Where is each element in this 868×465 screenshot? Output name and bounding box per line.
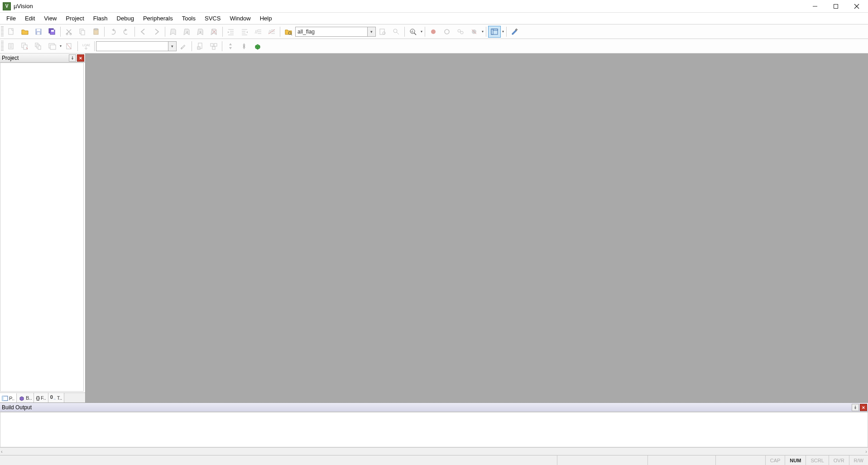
svg-rect-39	[493, 29, 498, 30]
incremental-find-button[interactable]	[390, 26, 403, 38]
menu-help[interactable]: Help	[255, 13, 277, 24]
build-output-hscroll[interactable]: ‹ ›	[0, 447, 868, 455]
undo-button[interactable]	[106, 26, 119, 38]
open-file-button[interactable]	[19, 26, 31, 38]
rebuild-button[interactable]	[32, 40, 45, 52]
tab-templates[interactable]: 0→ T..	[48, 393, 65, 402]
window-layout-dropdown[interactable]: ▾	[501, 29, 505, 34]
svg-rect-46	[38, 46, 41, 49]
svg-rect-10	[51, 30, 54, 32]
status-cell-3	[715, 455, 765, 465]
menu-edit[interactable]: Edit	[20, 13, 39, 24]
breakpoint-disable-all-button[interactable]	[454, 26, 467, 38]
configure-button[interactable]	[508, 26, 521, 38]
save-button[interactable]	[32, 26, 45, 38]
svg-point-52	[181, 48, 182, 48]
copy-button[interactable]	[76, 26, 89, 38]
download-button[interactable]: LOAD	[80, 40, 92, 52]
target-combo[interactable]	[96, 41, 168, 51]
svg-rect-38	[491, 29, 493, 34]
menu-svcs[interactable]: SVCS	[200, 13, 225, 24]
minimize-button[interactable]	[805, 0, 825, 13]
build-output-pin-icon[interactable]	[852, 404, 859, 411]
debug-start-button[interactable]: d	[407, 26, 419, 38]
batch-build-button[interactable]	[46, 40, 58, 52]
target-combo-dropdown[interactable]: ▾	[168, 41, 177, 51]
menu-window[interactable]: Window	[225, 13, 255, 24]
svg-rect-7	[37, 32, 40, 34]
bookmark-toggle-button[interactable]	[167, 26, 180, 38]
status-num: NUM	[785, 455, 806, 465]
tab-project[interactable]: P..	[0, 393, 17, 402]
debug-start-dropdown[interactable]: ▾	[420, 29, 423, 34]
translate-button[interactable]	[5, 40, 18, 52]
find-combo[interactable]	[295, 27, 368, 37]
tab-books-label: B..	[26, 395, 32, 401]
menu-peripherals[interactable]: Peripherals	[139, 13, 177, 24]
comment-button[interactable]: //	[252, 26, 264, 38]
svg-line-21	[269, 29, 275, 34]
menu-view[interactable]: View	[39, 13, 61, 24]
svg-rect-14	[81, 30, 85, 35]
pin-icon[interactable]	[69, 54, 76, 62]
bookmark-next-button[interactable]	[194, 26, 207, 38]
paste-button[interactable]	[90, 26, 102, 38]
toolbar-grip[interactable]	[1, 26, 4, 37]
maximize-button[interactable]	[825, 0, 846, 13]
svg-rect-1	[834, 4, 838, 8]
new-file-button[interactable]	[5, 26, 18, 38]
close-button[interactable]	[846, 0, 867, 13]
breakpoint-kill-all-button[interactable]	[468, 26, 480, 38]
status-rw: R/W	[849, 455, 868, 465]
svg-text://: //	[269, 29, 272, 34]
find-in-files-button[interactable]	[282, 26, 295, 38]
svg-point-34	[460, 31, 463, 34]
manage-rte-button[interactable]	[224, 40, 237, 52]
select-packs-button[interactable]	[238, 40, 250, 52]
breakpoint-dropdown[interactable]: ▾	[481, 29, 484, 34]
file-ext-button[interactable]	[194, 40, 206, 52]
toolbar-grip-2[interactable]	[1, 41, 4, 52]
uncomment-button[interactable]: //	[265, 26, 278, 38]
scroll-left-icon[interactable]: ‹	[1, 449, 3, 454]
svg-rect-44	[35, 43, 38, 47]
scroll-right-icon[interactable]: ›	[865, 449, 867, 454]
outdent-button[interactable]	[238, 26, 251, 38]
build-output-body[interactable]	[0, 412, 868, 447]
redo-button[interactable]	[120, 26, 133, 38]
manage-multi-project-button[interactable]	[207, 40, 220, 52]
menu-debug[interactable]: Debug	[112, 13, 139, 24]
svg-rect-43	[24, 45, 27, 49]
pack-installer-button[interactable]	[251, 40, 264, 52]
build-output-close-button[interactable]: ×	[860, 404, 867, 411]
project-panel-title: Project	[2, 55, 19, 61]
build-button[interactable]	[19, 40, 31, 52]
bookmark-prev-button[interactable]	[181, 26, 193, 38]
stop-build-button[interactable]	[63, 40, 76, 52]
target-options-button[interactable]	[177, 40, 190, 52]
nav-back-button[interactable]	[137, 26, 149, 38]
menu-file[interactable]: File	[2, 13, 20, 24]
cut-button[interactable]	[62, 26, 75, 38]
breakpoint-insert-button[interactable]	[427, 26, 440, 38]
save-all-button[interactable]	[46, 26, 58, 38]
bookmark-clear-button[interactable]	[208, 26, 221, 38]
window-layout-button[interactable]	[488, 26, 501, 38]
menu-tools[interactable]: Tools	[177, 13, 200, 24]
nav-forward-button[interactable]	[150, 26, 163, 38]
menu-project[interactable]: Project	[61, 13, 88, 24]
editor-area[interactable]	[86, 53, 868, 402]
menu-flash[interactable]: Flash	[89, 13, 112, 24]
panel-close-button[interactable]: ×	[77, 54, 84, 62]
project-panel-tabs: P.. B.. {} F.. 0→ T..	[0, 392, 85, 402]
find-combo-dropdown[interactable]: ▾	[368, 27, 376, 37]
indent-button[interactable]	[225, 26, 237, 38]
tab-functions[interactable]: {} F..	[34, 393, 48, 402]
find-next-button[interactable]	[376, 26, 389, 38]
build-output-title: Build Output	[2, 404, 32, 411]
breakpoint-enable-button[interactable]	[441, 26, 453, 38]
project-tree[interactable]	[0, 63, 84, 392]
tab-books[interactable]: B..	[17, 393, 34, 402]
svg-point-33	[458, 29, 460, 32]
batch-build-dropdown[interactable]: ▾	[59, 44, 62, 48]
